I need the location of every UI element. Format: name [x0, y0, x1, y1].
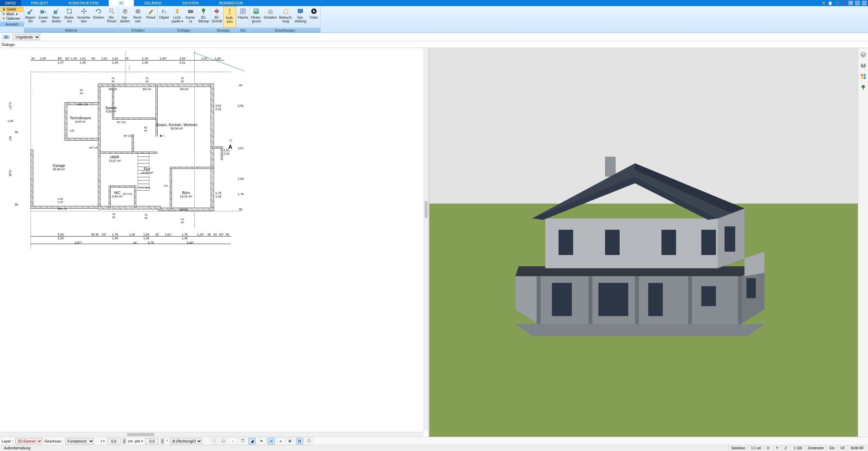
schatten-rechnen-button[interactable]: Rech-nen — [131, 6, 144, 28]
phi-spinner[interactable]: ▲▼ — [161, 438, 164, 444]
mode-select[interactable]: dl (Richtung/Di — [170, 438, 202, 444]
room-essen: Essen, Kochen, Wohnen50,34 m² — [156, 123, 197, 130]
beleuchtung-button[interactable]: Beleuch-tung — [278, 6, 294, 28]
layers-icon[interactable] — [860, 51, 867, 58]
help-icon[interactable]: ❓ — [842, 1, 846, 5]
l-input[interactable] — [107, 438, 121, 444]
ribbon: ➤Selekt ✎Mark. ▾ ✚Optionen Auswahl Abgre… — [0, 6, 868, 33]
n-icon[interactable]: N — [296, 438, 303, 445]
scrollbar-2d-v[interactable] — [424, 48, 428, 431]
brush-back-icon — [108, 7, 116, 15]
ribbon-group-info: ?Fläche Info — [236, 6, 250, 33]
menu-sichten[interactable]: SICHTEN — [172, 0, 209, 6]
kamera-button[interactable]: Kame-ra — [184, 6, 197, 28]
l-spinner[interactable]: ▲▼ — [123, 438, 126, 444]
objekt-button[interactable]: Objekt — [158, 6, 171, 28]
view-3d[interactable] — [429, 48, 858, 437]
diag2-icon[interactable]: ▱ — [267, 438, 275, 445]
optionen-button[interactable]: ✚Optionen — [1, 16, 23, 21]
diag1-icon[interactable]: ◢ — [248, 438, 256, 445]
bitmap3d-button[interactable]: 3D-Bitmap — [197, 6, 210, 28]
scrollbar-2d-h[interactable] — [0, 432, 424, 437]
layers2-icon[interactable]: ≋ — [258, 438, 265, 445]
darstellung-button[interactable]: Dar-stellung — [294, 6, 307, 28]
room-hwr: HWR13,07 m² — [109, 155, 121, 162]
grid-icon[interactable]: ⊞ — [286, 438, 294, 445]
svg-rect-43 — [599, 283, 628, 316]
title-right-controls: ✖ 📋 🖵 ❓ _ □ × — [821, 0, 868, 6]
schatten-set-button[interactable]: Schatten — [263, 6, 278, 28]
phi-input[interactable] — [145, 438, 159, 444]
tool2-icon[interactable]: 📋 — [828, 1, 833, 5]
house-shadow-icon — [266, 7, 274, 15]
room-garage: Garage45,36 m² — [53, 163, 65, 171]
cube-calc-icon — [134, 7, 142, 15]
colorpalette-icon[interactable] — [860, 73, 867, 80]
select-button[interactable]: ➤Selekt — [1, 7, 23, 12]
maximize-button[interactable]: □ — [855, 1, 860, 5]
verschieben-button[interactable]: Verschie-ben — [76, 6, 92, 28]
kollision-button[interactable]: Kolli-sion — [223, 6, 236, 28]
svg-rect-50 — [605, 157, 616, 177]
ribbon-group-schatten: Dar-stellen Rech-nen Pinsel Schatten — [119, 6, 158, 33]
svg-rect-57 — [702, 230, 716, 255]
lichtquelle-button[interactable]: Licht-quelle ▾ — [171, 6, 184, 28]
svg-rect-1 — [41, 11, 43, 13]
title-bar: DATEI PROJEKT KONSTRUKTION 3D GELÄNDE SI… — [0, 0, 868, 6]
flaeche-button[interactable]: ?Fläche — [236, 6, 249, 28]
svg-rect-56 — [661, 230, 676, 255]
svg-rect-17 — [298, 9, 303, 13]
monitor-small-icon[interactable]: 🖵 — [220, 438, 227, 445]
svg-rect-68 — [863, 88, 864, 90]
clock-icon[interactable]: 🕐 — [210, 438, 218, 445]
menu-projekt[interactable]: PROJEKT — [21, 0, 59, 6]
svg-point-16 — [286, 8, 288, 11]
group-label-auswahl: Auswahl — [0, 21, 24, 27]
svg-text:?: ? — [242, 10, 244, 13]
menu-datei[interactable]: DATEI — [0, 0, 21, 6]
phi-label: phi = — [135, 439, 143, 443]
group-label-einfuegen: Einfügen — [158, 28, 210, 33]
cm-label: cm — [128, 439, 133, 443]
abgreifen-button[interactable]: Abgrei-fen — [24, 6, 37, 28]
menu-konstruktion[interactable]: KONSTRUKTION — [58, 0, 108, 6]
schatten-darstellen-button[interactable]: Dar-stellen — [119, 6, 131, 28]
schnitt3d-button[interactable]: 3D-Schnitt — [210, 6, 223, 28]
mark-button[interactable]: ✎Mark. ▾ — [1, 12, 23, 16]
view-2d-floorplan[interactable]: Technikraum9,04 m² Speise8,50 m² Essen, … — [0, 48, 429, 437]
mat-bearbeiten-button[interactable]: Bear-beiten — [50, 6, 63, 28]
tool1-icon[interactable]: ✖ — [821, 1, 826, 5]
plant-icon[interactable] — [860, 84, 867, 91]
tool3-icon[interactable]: 🖵 — [835, 1, 839, 5]
svg-rect-18 — [300, 13, 301, 14]
linked-icon[interactable]: ⛬ — [229, 438, 237, 445]
drehen-button[interactable]: Drehen — [92, 6, 105, 28]
pinsel-button[interactable]: Pinsel — [144, 6, 157, 28]
hinpinsel-button[interactable]: Hin.Pinsel — [105, 6, 118, 28]
status-mscale: 1:100 — [790, 445, 804, 451]
geschoss-select[interactable]: Fundament — [65, 438, 94, 444]
hintergrund-button[interactable]: Hinter-grund — [250, 6, 263, 28]
stack-icon[interactable]: ≡ — [277, 438, 284, 445]
menu-3d[interactable]: 3D — [109, 0, 134, 6]
menu-gelaende[interactable]: GELÄNDE — [134, 0, 172, 6]
terrain-select[interactable]: Urgelände — [13, 34, 40, 40]
layer-select[interactable]: 2D-Elemen — [15, 438, 42, 444]
svg-rect-66 — [864, 77, 866, 79]
workspace: Technikraum9,04 m² Speise8,50 m² Essen, … — [0, 48, 868, 437]
info-icon[interactable]: ⓘ — [305, 438, 313, 445]
zuweisen-button[interactable]: Zuwei-sen — [37, 6, 50, 28]
furniture-icon[interactable] — [860, 62, 867, 69]
status-left: Außenbemaßung — [1, 445, 33, 451]
menu-bearbeiten[interactable]: BEARBEITEN — [209, 0, 253, 6]
svg-rect-0 — [28, 12, 30, 14]
tag-3d: 3D — [2, 35, 11, 39]
close-button[interactable]: × — [862, 1, 867, 5]
cube-show-icon — [121, 7, 129, 15]
svg-rect-4 — [109, 9, 113, 12]
svg-rect-40 — [688, 276, 692, 329]
video-button[interactable]: Video — [307, 6, 320, 28]
minimize-button[interactable]: _ — [848, 1, 853, 5]
skalieren-button[interactable]: Skalie-ren — [63, 6, 76, 28]
copy-icon[interactable]: ❐ — [239, 438, 246, 445]
